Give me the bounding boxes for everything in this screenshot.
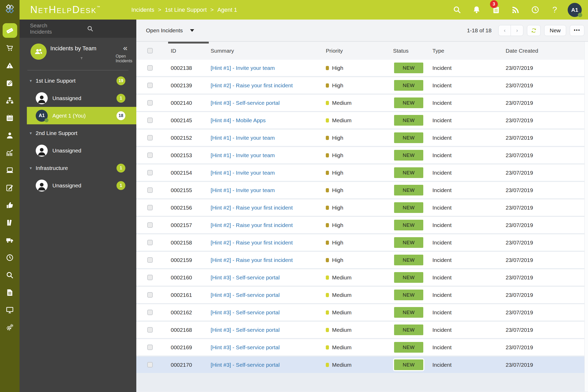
row-checkbox[interactable] xyxy=(147,83,153,88)
incident-summary-link[interactable]: [Hint #1] - Invite your team xyxy=(211,170,275,176)
row-checkbox[interactable] xyxy=(147,187,153,193)
row-checkbox[interactable] xyxy=(147,170,153,175)
next-page-button[interactable]: › xyxy=(511,25,523,36)
notifications-bell-icon[interactable] xyxy=(467,0,486,20)
books-rail-icon[interactable] xyxy=(3,215,17,230)
agent-tree-row[interactable]: Unassigned 1 xyxy=(20,177,136,194)
incident-summary-link[interactable]: [Hint #1] - Invite your team xyxy=(211,135,275,141)
clock-rail-icon[interactable] xyxy=(3,250,17,265)
chart-rail-icon[interactable] xyxy=(3,145,17,160)
column-header-type[interactable]: Type xyxy=(432,48,506,54)
column-header-status[interactable]: Status xyxy=(393,48,432,54)
incident-summary-link[interactable]: [Hint #2] - Raise your first incident xyxy=(211,205,293,211)
team-tree-row[interactable]: ▼ Infrastructure 1 xyxy=(20,159,136,177)
incident-row[interactable]: 0002153 [Hint #1] - Invite your team Hig… xyxy=(136,147,584,163)
document-rail-icon[interactable] xyxy=(3,285,17,300)
column-header-date-created[interactable]: Date Created xyxy=(506,48,584,54)
incident-summary-link[interactable]: [Hint #2] - Raise your first incident xyxy=(211,257,293,263)
refresh-button[interactable] xyxy=(527,25,541,36)
row-checkbox[interactable] xyxy=(147,257,153,263)
view-selector-dropdown[interactable]: Open Incidents xyxy=(146,27,194,34)
warning-rail-icon[interactable] xyxy=(3,58,17,73)
user-rail-icon[interactable] xyxy=(3,128,17,143)
incident-row[interactable]: 0002159 [Hint #2] - Raise your first inc… xyxy=(136,252,584,268)
column-header-priority[interactable]: Priority xyxy=(326,48,393,54)
row-checkbox[interactable] xyxy=(147,345,153,350)
incident-row[interactable]: 0002155 [Hint #1] - Invite your team Hig… xyxy=(136,182,584,198)
incident-summary-link[interactable]: [Hint #3] - Self-service portal xyxy=(211,100,280,106)
incident-summary-link[interactable]: [Hint #2] - Raise your first incident xyxy=(211,222,293,228)
prev-page-button[interactable]: ‹ xyxy=(499,25,511,36)
agent-tree-row[interactable]: A1 Agent 1 (You) 18 xyxy=(27,107,136,124)
incident-row[interactable]: 0002170 [Hint #3] - Self-service portal … xyxy=(136,357,584,373)
incident-summary-link[interactable]: [Hint #3] - Self-service portal xyxy=(211,309,280,315)
column-header-id[interactable]: ID xyxy=(171,48,211,54)
team-tree-row[interactable]: ▼ 1st Line Support 19 xyxy=(20,72,136,89)
incident-row[interactable]: 0002162 [Hint #3] - Self-service portal … xyxy=(136,304,584,321)
row-checkbox[interactable] xyxy=(147,292,153,298)
truck-rail-icon[interactable] xyxy=(3,233,17,247)
search-icon[interactable] xyxy=(447,0,467,20)
incident-summary-link[interactable]: [Hint #1] - Invite your team xyxy=(211,65,275,71)
tickets-rail-icon[interactable] xyxy=(3,23,17,38)
incident-row[interactable]: 0002138 [Hint #1] - Invite your team Hig… xyxy=(136,60,584,76)
row-checkbox[interactable] xyxy=(147,118,153,123)
collapse-sidebar-icon[interactable]: « xyxy=(123,44,127,52)
column-header-summary[interactable]: Summary xyxy=(211,48,326,54)
incident-row[interactable]: 0002152 [Hint #1] - Invite your team Hig… xyxy=(136,130,584,146)
search-incidents-input[interactable]: Search Incidents xyxy=(20,20,136,38)
incident-summary-link[interactable]: [Hint #3] - Self-service portal xyxy=(211,362,280,368)
sitemap-rail-icon[interactable] xyxy=(3,93,17,108)
incident-row[interactable]: 0002161 [Hint #3] - Self-service portal … xyxy=(136,287,584,303)
row-checkbox[interactable] xyxy=(147,362,153,368)
row-checkbox[interactable] xyxy=(147,327,153,333)
laptop-rail-icon[interactable] xyxy=(3,163,17,177)
row-checkbox[interactable] xyxy=(147,222,153,228)
breadcrumb-incidents[interactable]: Incidents xyxy=(131,7,154,13)
incident-summary-link[interactable]: [Hint #1] - Invite your team xyxy=(211,187,275,193)
breadcrumb-team[interactable]: 1st Line Support xyxy=(165,7,207,13)
row-checkbox[interactable] xyxy=(147,310,153,315)
incident-summary-link[interactable]: [Hint #3] - Self-service portal xyxy=(211,344,280,350)
incident-row[interactable]: 0002154 [Hint #1] - Invite your team Hig… xyxy=(136,164,584,181)
thumbs-up-rail-icon[interactable] xyxy=(3,198,17,212)
incident-row[interactable]: 0002168 [Hint #3] - Self-service portal … xyxy=(136,322,584,338)
agent-tree-row[interactable]: Unassigned xyxy=(20,142,136,159)
row-checkbox[interactable] xyxy=(147,205,153,210)
user-avatar[interactable]: A1 xyxy=(568,3,582,17)
horizontal-scrollbar-thumb[interactable] xyxy=(168,42,209,44)
expand-triangle-icon[interactable]: ▼ xyxy=(29,166,33,170)
view-filter[interactable]: Open Incidents xyxy=(50,54,136,63)
settings-rail-icon[interactable] xyxy=(3,320,17,335)
incident-summary-link[interactable]: [Hint #3] - Self-service portal xyxy=(211,292,280,298)
help-icon[interactable]: ? xyxy=(545,0,565,20)
more-options-button[interactable]: ••• xyxy=(570,25,584,36)
incident-row[interactable]: 0002157 [Hint #2] - Raise your first inc… xyxy=(136,217,584,233)
tasks-clipboard-icon[interactable]: 3 xyxy=(486,0,506,20)
row-checkbox[interactable] xyxy=(147,135,153,140)
search-rail-icon[interactable] xyxy=(3,268,17,282)
incident-summary-link[interactable]: [Hint #3] - Self-service portal xyxy=(211,327,280,333)
row-checkbox[interactable] xyxy=(147,100,153,106)
incident-row[interactable]: 0002145 [Hint #4] - Mobile Apps Medium N… xyxy=(136,112,584,128)
incident-row[interactable]: 0002140 [Hint #3] - Self-service portal … xyxy=(136,95,584,111)
incident-row[interactable]: 0002139 [Hint #2] - Raise your first inc… xyxy=(136,77,584,94)
select-all-checkbox[interactable] xyxy=(147,48,153,53)
search-icon[interactable] xyxy=(52,20,128,38)
calendar-rail-icon[interactable] xyxy=(3,111,17,125)
breadcrumb-agent[interactable]: Agent 1 xyxy=(217,7,237,13)
incident-row[interactable]: 0002158 [Hint #2] - Raise your first inc… xyxy=(136,234,584,251)
monitor-rail-icon[interactable] xyxy=(3,303,17,317)
recent-clock-icon[interactable] xyxy=(525,0,545,20)
expand-triangle-icon[interactable]: ▼ xyxy=(29,131,33,135)
expand-triangle-icon[interactable]: ▼ xyxy=(29,79,33,83)
incident-summary-link[interactable]: [Hint #3] - Self-service portal xyxy=(211,274,280,280)
incident-summary-link[interactable]: [Hint #4] - Mobile Apps xyxy=(211,117,266,123)
cart-rail-icon[interactable] xyxy=(3,41,17,55)
incident-summary-link[interactable]: [Hint #1] - Invite your team xyxy=(211,152,275,158)
compose-rail-icon[interactable] xyxy=(3,76,17,90)
incident-summary-link[interactable]: [Hint #2] - Raise your first incident xyxy=(211,82,293,88)
row-checkbox[interactable] xyxy=(147,275,153,280)
feeds-rss-icon[interactable] xyxy=(506,0,525,20)
incident-row[interactable]: 0002169 [Hint #3] - Self-service portal … xyxy=(136,339,584,356)
